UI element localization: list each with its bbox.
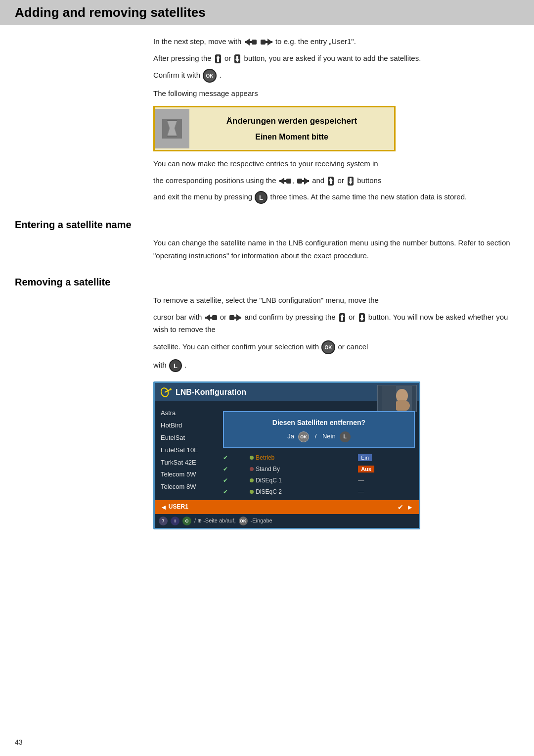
- para5b: the corresponding positions using the , …: [153, 174, 519, 187]
- svg-rect-32: [205, 317, 213, 319]
- table-row: ✔ Stand By Aus: [221, 464, 417, 475]
- lnb-sat-telecom8w[interactable]: Telecom 8W: [159, 481, 215, 493]
- removing-content: To remove a satellite, select the "LNB c…: [153, 294, 519, 529]
- main-content: In the next step, move with to e.g. the …: [0, 35, 534, 549]
- lnb-sat-eutelsat10e[interactable]: EutelSat 10E: [159, 444, 215, 457]
- lnb-config-table: ✔ Betrieb Ein ✔ Stand By Aus: [221, 452, 417, 498]
- removing-para2: satellite. You can either confirm your s…: [153, 340, 519, 355]
- removing-para1b: cursor bar with or and confirm by pressi…: [153, 311, 519, 336]
- lnb-dialog-box: Diesen Satelliten entfernen? Ja OK / Nei…: [223, 411, 415, 448]
- lnb-user-label: USER1: [169, 502, 396, 512]
- lnb-dialog-options: Ja OK / Nein L: [231, 431, 407, 442]
- removing-heading: Removing a satellite: [15, 277, 519, 288]
- ok-button-icon2: OK: [321, 340, 336, 355]
- para4: The following message appears: [153, 87, 519, 100]
- lnb-sat-astra[interactable]: Astra: [159, 407, 215, 420]
- check-cell: ✔: [221, 475, 248, 486]
- svg-rect-8: [217, 58, 219, 62]
- sat-dot-cell: DiSEqC 1: [248, 475, 356, 486]
- table-row: ✔ DiSEqC 2 —: [221, 486, 417, 498]
- entering-para: You can change the satellite name in the…: [153, 236, 519, 262]
- lnb-footer-icon-7: 7: [159, 517, 168, 525]
- svg-rect-11: [236, 56, 238, 59]
- l-button-icon2: L: [169, 359, 182, 373]
- arrow-right-icon3: [228, 313, 242, 322]
- lnb-footer-icon-i: i: [171, 517, 179, 525]
- svg-rect-1: [245, 41, 253, 43]
- svg-marker-22: [304, 178, 309, 185]
- svg-marker-14: [167, 121, 177, 136]
- satellite-dish-icon: [161, 387, 172, 397]
- check-cell: ✔: [221, 486, 248, 498]
- up-button-icon: [214, 53, 222, 64]
- para1: In the next step, move with to e.g. the …: [153, 35, 519, 48]
- message-line2: Einen Moment bitte: [194, 131, 389, 143]
- page-title: Adding and removing satellites: [15, 5, 519, 20]
- page-number: 43: [15, 738, 23, 746]
- up-button-icon2: [326, 176, 335, 187]
- svg-rect-39: [341, 317, 343, 321]
- lnb-user-row[interactable]: ◄ USER1 ✔ ►: [155, 500, 419, 514]
- arrow-left-icon3: [204, 313, 218, 322]
- para5: You can now make the respective entries …: [153, 157, 519, 170]
- svg-rect-25: [330, 181, 332, 184]
- down-button-icon: [233, 53, 242, 64]
- val-cell: —: [356, 486, 417, 498]
- para6: and exit the menu by pressing L three ti…: [153, 190, 519, 204]
- table-row: ✔ Betrieb Ein: [221, 452, 417, 464]
- down-button-icon2: [346, 176, 355, 187]
- lnb-sat-hotbird[interactable]: HotBird: [159, 420, 215, 432]
- svg-text:L: L: [259, 194, 263, 201]
- lnb-footer-icon-ok: OK: [239, 517, 248, 525]
- lnb-satellite-list: Astra HotBird EutelSat EutelSat 10E Turk…: [155, 405, 219, 500]
- svg-rect-19: [286, 179, 291, 184]
- lnb-right-arrow: ►: [406, 502, 413, 513]
- arrow-left-icon: [244, 38, 258, 47]
- sat-dot-cell: DiSEqC 2: [248, 486, 356, 498]
- svg-rect-33: [212, 315, 217, 320]
- lnb-footer-text2: -Eingabe: [251, 517, 272, 525]
- hourglass-icon: [162, 119, 182, 139]
- lnb-sat-telecom5w[interactable]: Telecom 5W: [159, 469, 215, 481]
- check-cell: ✔: [221, 452, 248, 464]
- lnb-sat-turksat[interactable]: TurkSat 42E: [159, 457, 215, 469]
- svg-marker-5: [267, 39, 272, 46]
- l-button-icon: L: [254, 190, 268, 204]
- removing-para3: with L .: [153, 359, 519, 373]
- ok-button-icon: OK: [202, 68, 217, 83]
- svg-text:L: L: [174, 362, 178, 370]
- lnb-ok-btn[interactable]: OK: [298, 431, 309, 442]
- entering-para1: You can change the satellite name in the…: [153, 236, 519, 262]
- message-box-left-panel: [155, 109, 189, 148]
- svg-rect-28: [350, 178, 352, 182]
- lnb-footer-icon-circle: ⊙: [182, 517, 191, 525]
- up-button-icon3: [338, 312, 347, 323]
- message-line1: Änderungen werden gespeichert: [194, 114, 389, 128]
- lnb-dialog-title: Diesen Satelliten entfernen?: [231, 417, 407, 428]
- down-button-icon3: [357, 312, 366, 323]
- message-box: Änderungen werden gespeichert Einen Mome…: [153, 106, 396, 152]
- lnb-left-arrow: ◄: [160, 502, 167, 513]
- lnb-body: Astra HotBird EutelSat EutelSat 10E Turk…: [155, 401, 419, 500]
- table-row: ✔ DiSEqC 1 —: [221, 475, 417, 486]
- lnb-sat-eutelsat[interactable]: EutelSat: [159, 432, 215, 444]
- svg-text:OK: OK: [206, 73, 214, 79]
- svg-point-53: [170, 388, 172, 390]
- lnb-screenshot: LNB-Konfiguration Astra HotBird EutelSat…: [153, 381, 420, 529]
- removing-para1: To remove a satellite, select the "LNB c…: [153, 294, 519, 307]
- svg-rect-42: [361, 315, 363, 318]
- message-box-text: Änderungen werden gespeichert Einen Mome…: [189, 107, 394, 150]
- lnb-footer-text1: / ⊕ -Seite ab/auf,: [194, 517, 236, 525]
- removing-section: Removing a satellite To remove a satelli…: [15, 277, 519, 529]
- lnb-l-btn[interactable]: L: [340, 431, 351, 442]
- svg-rect-18: [279, 180, 287, 182]
- val-cell: —: [356, 475, 417, 486]
- lnb-check-mark: ✔: [398, 502, 403, 513]
- lnb-title-area: LNB-Konfiguration: [161, 386, 246, 399]
- arrow-left-icon2: [278, 177, 292, 186]
- arrow-right-icon2: [296, 177, 310, 186]
- main-section: In the next step, move with to e.g. the …: [153, 35, 519, 204]
- para3: Confirm it with OK .: [153, 68, 519, 83]
- arrow-right-icon: [260, 38, 273, 47]
- lnb-center-area: Diesen Satelliten entfernen? Ja OK / Nei…: [219, 405, 419, 500]
